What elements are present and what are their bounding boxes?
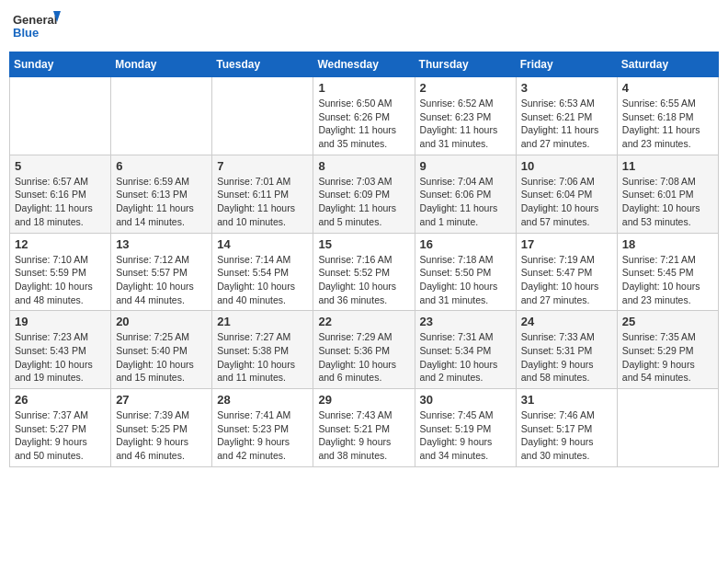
day-info: Sunrise: 6:59 AM Sunset: 6:13 PM Dayligh… <box>116 175 207 229</box>
calendar-cell: 17Sunrise: 7:19 AM Sunset: 5:47 PM Dayli… <box>516 233 617 311</box>
day-info: Sunrise: 7:27 AM Sunset: 5:38 PM Dayligh… <box>217 330 308 385</box>
day-info: Sunrise: 7:10 AM Sunset: 5:59 PM Dayligh… <box>15 253 106 307</box>
day-info: Sunrise: 7:16 AM Sunset: 5:52 PM Dayligh… <box>318 253 409 307</box>
svg-text:Blue: Blue <box>13 26 39 40</box>
calendar-cell: 25Sunrise: 7:35 AM Sunset: 5:29 PM Dayli… <box>617 311 718 389</box>
day-number: 21 <box>217 315 308 328</box>
day-number: 9 <box>420 159 511 173</box>
day-info: Sunrise: 7:06 AM Sunset: 6:04 PM Dayligh… <box>521 175 612 229</box>
calendar-cell: 31Sunrise: 7:46 AM Sunset: 5:17 PM Dayli… <box>516 389 617 467</box>
calendar-cell: 30Sunrise: 7:45 AM Sunset: 5:19 PM Dayli… <box>415 389 516 467</box>
calendar-week-row: 5Sunrise: 6:57 AM Sunset: 6:16 PM Daylig… <box>10 155 719 233</box>
calendar-cell <box>617 389 718 467</box>
calendar-cell: 28Sunrise: 7:41 AM Sunset: 5:23 PM Dayli… <box>212 389 313 467</box>
calendar-cell: 7Sunrise: 7:01 AM Sunset: 6:11 PM Daylig… <box>212 155 313 233</box>
weekday-header: Sunday <box>10 52 111 77</box>
calendar-cell: 5Sunrise: 6:57 AM Sunset: 6:16 PM Daylig… <box>10 155 111 233</box>
day-number: 11 <box>622 159 713 173</box>
calendar-cell <box>10 77 111 155</box>
day-number: 28 <box>217 393 308 407</box>
weekday-header: Monday <box>111 52 212 77</box>
day-number: 8 <box>318 159 409 173</box>
logo: General Blue <box>13 9 61 44</box>
calendar-cell: 2Sunrise: 6:52 AM Sunset: 6:23 PM Daylig… <box>415 77 516 155</box>
day-number: 13 <box>116 237 207 251</box>
day-info: Sunrise: 6:50 AM Sunset: 6:26 PM Dayligh… <box>318 97 409 151</box>
calendar-cell: 19Sunrise: 7:23 AM Sunset: 5:43 PM Dayli… <box>10 311 111 389</box>
day-info: Sunrise: 7:12 AM Sunset: 5:57 PM Dayligh… <box>116 253 207 307</box>
day-number: 16 <box>420 237 511 251</box>
day-info: Sunrise: 7:39 AM Sunset: 5:25 PM Dayligh… <box>116 408 207 463</box>
day-info: Sunrise: 7:33 AM Sunset: 5:31 PM Dayligh… <box>521 330 612 385</box>
calendar-cell: 9Sunrise: 7:04 AM Sunset: 6:06 PM Daylig… <box>415 155 516 233</box>
calendar-week-row: 26Sunrise: 7:37 AM Sunset: 5:27 PM Dayli… <box>10 389 719 467</box>
day-info: Sunrise: 6:52 AM Sunset: 6:23 PM Dayligh… <box>420 97 511 151</box>
page-header: General Blue <box>9 9 719 44</box>
calendar-cell: 22Sunrise: 7:29 AM Sunset: 5:36 PM Dayli… <box>313 311 415 389</box>
day-number: 15 <box>318 237 409 251</box>
calendar-table: SundayMondayTuesdayWednesdayThursdayFrid… <box>9 52 719 467</box>
day-info: Sunrise: 7:37 AM Sunset: 5:27 PM Dayligh… <box>15 408 106 463</box>
day-info: Sunrise: 7:21 AM Sunset: 5:45 PM Dayligh… <box>622 253 713 307</box>
weekday-header: Saturday <box>617 52 718 77</box>
day-number: 4 <box>622 81 713 95</box>
day-info: Sunrise: 7:41 AM Sunset: 5:23 PM Dayligh… <box>217 408 308 463</box>
day-info: Sunrise: 7:03 AM Sunset: 6:09 PM Dayligh… <box>318 175 409 229</box>
calendar-cell: 13Sunrise: 7:12 AM Sunset: 5:57 PM Dayli… <box>111 233 212 311</box>
day-number: 24 <box>521 315 612 328</box>
day-number: 6 <box>116 159 207 173</box>
weekday-header: Wednesday <box>313 52 415 77</box>
day-number: 2 <box>420 81 511 95</box>
day-number: 14 <box>217 237 308 251</box>
day-info: Sunrise: 7:01 AM Sunset: 6:11 PM Dayligh… <box>217 175 308 229</box>
day-info: Sunrise: 7:18 AM Sunset: 5:50 PM Dayligh… <box>420 253 511 307</box>
calendar-cell: 21Sunrise: 7:27 AM Sunset: 5:38 PM Dayli… <box>212 311 313 389</box>
weekday-header: Thursday <box>415 52 516 77</box>
calendar-week-row: 12Sunrise: 7:10 AM Sunset: 5:59 PM Dayli… <box>10 233 719 311</box>
calendar-cell: 15Sunrise: 7:16 AM Sunset: 5:52 PM Dayli… <box>313 233 415 311</box>
day-number: 18 <box>622 237 713 251</box>
calendar-cell: 3Sunrise: 6:53 AM Sunset: 6:21 PM Daylig… <box>516 77 617 155</box>
day-info: Sunrise: 7:04 AM Sunset: 6:06 PM Dayligh… <box>420 175 511 229</box>
day-number: 27 <box>116 393 207 407</box>
calendar-cell: 14Sunrise: 7:14 AM Sunset: 5:54 PM Dayli… <box>212 233 313 311</box>
calendar-cell <box>111 77 212 155</box>
calendar-cell: 26Sunrise: 7:37 AM Sunset: 5:27 PM Dayli… <box>10 389 111 467</box>
day-info: Sunrise: 7:29 AM Sunset: 5:36 PM Dayligh… <box>318 330 409 385</box>
day-info: Sunrise: 7:19 AM Sunset: 5:47 PM Dayligh… <box>521 253 612 307</box>
day-info: Sunrise: 7:31 AM Sunset: 5:34 PM Dayligh… <box>420 330 511 385</box>
day-number: 19 <box>15 315 106 328</box>
weekday-header: Tuesday <box>212 52 313 77</box>
day-info: Sunrise: 7:43 AM Sunset: 5:21 PM Dayligh… <box>318 408 409 463</box>
calendar-cell: 10Sunrise: 7:06 AM Sunset: 6:04 PM Dayli… <box>516 155 617 233</box>
day-info: Sunrise: 7:14 AM Sunset: 5:54 PM Dayligh… <box>217 253 308 307</box>
day-number: 3 <box>521 81 612 95</box>
calendar-cell: 23Sunrise: 7:31 AM Sunset: 5:34 PM Dayli… <box>415 311 516 389</box>
calendar-cell: 6Sunrise: 6:59 AM Sunset: 6:13 PM Daylig… <box>111 155 212 233</box>
day-info: Sunrise: 6:53 AM Sunset: 6:21 PM Dayligh… <box>521 97 612 151</box>
calendar-cell: 24Sunrise: 7:33 AM Sunset: 5:31 PM Dayli… <box>516 311 617 389</box>
day-number: 31 <box>521 393 612 407</box>
calendar-cell: 12Sunrise: 7:10 AM Sunset: 5:59 PM Dayli… <box>10 233 111 311</box>
day-info: Sunrise: 7:23 AM Sunset: 5:43 PM Dayligh… <box>15 330 106 385</box>
calendar-cell: 18Sunrise: 7:21 AM Sunset: 5:45 PM Dayli… <box>617 233 718 311</box>
day-number: 26 <box>15 393 106 407</box>
day-info: Sunrise: 6:55 AM Sunset: 6:18 PM Dayligh… <box>622 97 713 151</box>
day-number: 10 <box>521 159 612 173</box>
calendar-week-row: 19Sunrise: 7:23 AM Sunset: 5:43 PM Dayli… <box>10 311 719 389</box>
day-info: Sunrise: 7:25 AM Sunset: 5:40 PM Dayligh… <box>116 330 207 385</box>
day-number: 25 <box>622 315 713 328</box>
calendar-cell: 1Sunrise: 6:50 AM Sunset: 6:26 PM Daylig… <box>313 77 415 155</box>
weekday-header-row: SundayMondayTuesdayWednesdayThursdayFrid… <box>10 52 719 77</box>
day-number: 29 <box>318 393 409 407</box>
day-number: 17 <box>521 237 612 251</box>
svg-text:General: General <box>13 13 57 27</box>
weekday-header: Friday <box>516 52 617 77</box>
calendar-cell: 4Sunrise: 6:55 AM Sunset: 6:18 PM Daylig… <box>617 77 718 155</box>
day-number: 20 <box>116 315 207 328</box>
day-number: 1 <box>318 81 409 95</box>
day-info: Sunrise: 7:46 AM Sunset: 5:17 PM Dayligh… <box>521 408 612 463</box>
day-number: 5 <box>15 159 106 173</box>
calendar-cell <box>212 77 313 155</box>
day-number: 7 <box>217 159 308 173</box>
